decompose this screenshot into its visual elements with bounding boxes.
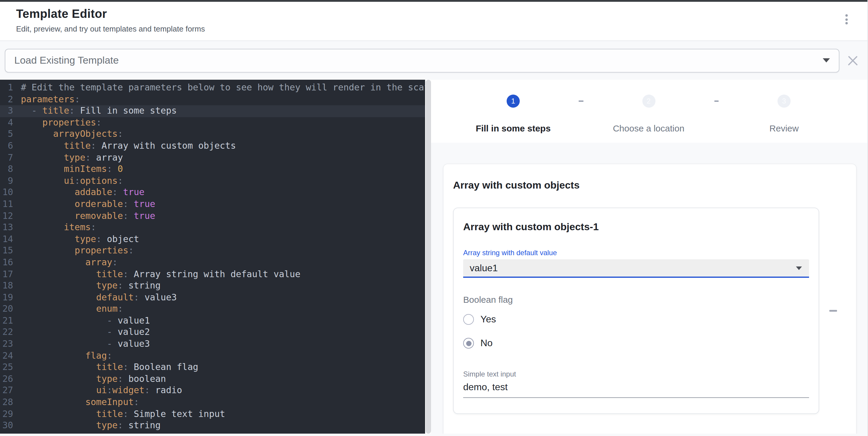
editor-line[interactable]: 25 title: Boolean flag: [0, 362, 425, 373]
load-template-placeholder: Load Existing Template: [14, 55, 119, 66]
line-number: 29: [0, 408, 13, 420]
dropdown-caret-icon: [796, 266, 802, 270]
line-number: 12: [0, 210, 13, 222]
line-number: 23: [0, 338, 13, 350]
array-string-select[interactable]: value1: [463, 259, 809, 278]
step-circle: 2: [642, 95, 655, 108]
template-editor-page: Template Editor Edit, preview, and try o…: [0, 0, 868, 436]
wizard-stepper: 123 Fill in some stepsChoose a locationR…: [431, 80, 867, 143]
line-number: 19: [0, 292, 13, 303]
line-number: 8: [0, 164, 13, 175]
simple-text-input[interactable]: demo, test: [463, 382, 809, 398]
editor-line[interactable]: 13 items:: [0, 222, 425, 233]
vertical-scrollbar[interactable]: [425, 80, 431, 434]
editor-line[interactable]: 5 arrayObjects:: [0, 129, 425, 140]
step-circle: 1: [507, 95, 520, 108]
select-field-label: Array string with default value: [463, 248, 809, 257]
editor-line[interactable]: 6 title: Array with custom objects: [0, 140, 425, 152]
page-title: Template Editor: [16, 7, 205, 21]
code-text: title: Simple text input: [13, 408, 225, 420]
array-section-title: Array with custom objects: [453, 178, 846, 193]
editor-line[interactable]: 17 title: Array string with default valu…: [0, 269, 425, 280]
radio-checked-icon[interactable]: [463, 338, 474, 348]
code-text: ui:widget: radio: [13, 385, 182, 397]
editor-line[interactable]: 10 addable: true: [0, 187, 425, 199]
text-input-value: demo, test: [463, 382, 507, 392]
header-text: Template Editor Edit, preview, and try o…: [16, 7, 205, 33]
line-number: 25: [0, 362, 13, 373]
stepper-labels-row: Fill in some stepsChoose a locationRevie…: [448, 121, 849, 133]
radio-option-label: Yes: [480, 314, 496, 325]
editor-line[interactable]: 16 array:: [0, 257, 425, 269]
editor-line[interactable]: 29 title: Simple text input: [0, 408, 425, 420]
line-number: 15: [0, 245, 13, 257]
array-item-title: Array with custom objects-1: [463, 220, 809, 234]
step-label-cell: Fill in some steps: [448, 121, 579, 133]
line-number: 1: [0, 82, 13, 94]
radio-group-label: Boolean flag: [463, 295, 809, 305]
dropdown-caret-icon: [823, 58, 830, 63]
load-existing-template-select[interactable]: Load Existing Template: [5, 48, 839, 72]
radio-option-no[interactable]: No: [463, 334, 809, 352]
editor-line[interactable]: 18 type: string: [0, 280, 425, 292]
yaml-code-editor[interactable]: 1# Edit the template parameters below to…: [0, 80, 425, 434]
code-text: minItems: 0: [13, 164, 123, 175]
code-text: parameters:: [13, 94, 80, 105]
editor-line[interactable]: 2parameters:: [0, 94, 425, 105]
remove-item-column: [819, 208, 846, 414]
step-label: Fill in some steps: [476, 123, 551, 133]
code-text: removable: true: [13, 210, 155, 222]
editor-line[interactable]: 11 orderable: true: [0, 199, 425, 210]
code-text: type: string: [13, 420, 161, 432]
editor-line[interactable]: 12 removable: true: [0, 210, 425, 222]
editor-line[interactable]: 20 enum:: [0, 304, 425, 315]
remove-item-button[interactable]: [825, 303, 841, 318]
editor-line[interactable]: 26 type: boolean: [0, 373, 425, 385]
editor-line[interactable]: 30 type: string: [0, 420, 425, 432]
code-text: - value3: [13, 338, 150, 350]
page-subtitle: Edit, preview, and try out templates and…: [16, 24, 205, 33]
editor-line[interactable]: 21 - value1: [0, 315, 425, 327]
radio-option-label: No: [480, 338, 493, 348]
minus-icon: [829, 310, 837, 311]
line-number: 26: [0, 373, 13, 385]
line-number: 10: [0, 187, 13, 199]
code-text: properties:: [13, 245, 134, 257]
line-number: 7: [0, 152, 13, 164]
editor-line[interactable]: 7 type: array: [0, 152, 425, 164]
code-text: type: array: [13, 152, 123, 164]
editor-line[interactable]: 15 properties:: [0, 245, 425, 257]
code-text: - value2: [13, 327, 150, 338]
radio-option-yes[interactable]: Yes: [463, 310, 809, 328]
editor-line[interactable]: 22 - value2: [0, 327, 425, 338]
editor-line[interactable]: 3 - title: Fill in some steps: [0, 105, 425, 117]
step-circle: 3: [777, 95, 790, 108]
close-icon[interactable]: [847, 55, 859, 66]
editor-line[interactable]: 19 default: value3: [0, 292, 425, 303]
editor-line[interactable]: 1# Edit the template parameters below to…: [0, 82, 425, 94]
line-number: 16: [0, 257, 13, 269]
editor-line[interactable]: 28 someInput:: [0, 397, 425, 408]
line-number: 4: [0, 117, 13, 129]
line-number: 14: [0, 233, 13, 245]
step-connector: [714, 101, 719, 102]
radio-unchecked-icon[interactable]: [463, 314, 474, 325]
code-text: properties:: [13, 117, 101, 129]
line-number: 24: [0, 350, 13, 362]
editor-line[interactable]: 23 - value3: [0, 338, 425, 350]
editor-line[interactable]: 14 type: object: [0, 233, 425, 245]
line-number: 6: [0, 140, 13, 152]
editor-line[interactable]: 8 minItems: 0: [0, 164, 425, 175]
page-header: Template Editor Edit, preview, and try o…: [0, 2, 867, 41]
code-text: title: Boolean flag: [13, 362, 198, 373]
editor-line[interactable]: 24 flag:: [0, 350, 425, 362]
code-text: type: object: [13, 233, 139, 245]
line-number: 17: [0, 269, 13, 280]
scrollbar-thumb[interactable]: [425, 80, 431, 434]
kebab-menu-icon[interactable]: [842, 7, 851, 32]
editor-line[interactable]: 4 properties:: [0, 117, 425, 129]
editor-line[interactable]: 27 ui:widget: radio: [0, 385, 425, 397]
step-circle-cell: 2: [583, 95, 714, 108]
editor-line[interactable]: 9 ui:options:: [0, 175, 425, 187]
code-text: orderable: true: [13, 199, 155, 210]
